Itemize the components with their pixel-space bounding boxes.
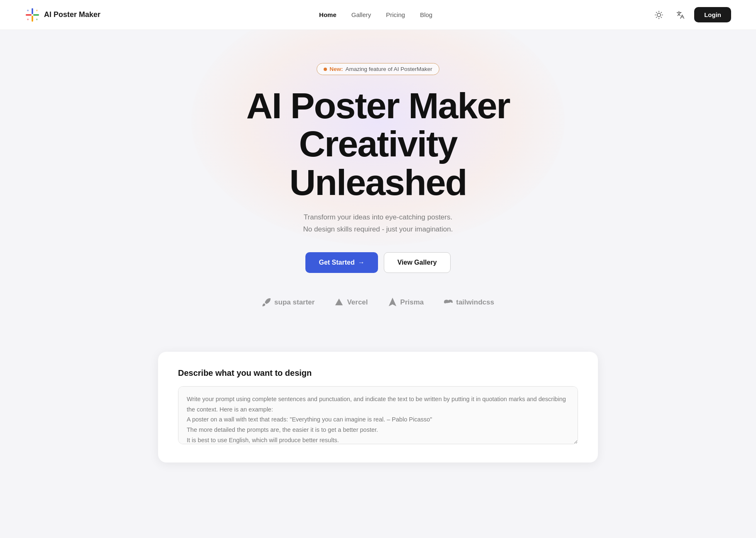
- logo-vercel: Vercel: [334, 298, 368, 307]
- prisma-label: Prisma: [400, 298, 424, 307]
- nav-blog[interactable]: Blog: [420, 11, 432, 18]
- get-started-label: Get Started: [319, 259, 354, 266]
- svg-line-12: [661, 17, 661, 17]
- view-gallery-button[interactable]: View Gallery: [384, 252, 451, 273]
- hero-title-line2: Creativity: [299, 123, 457, 164]
- svg-line-15: [656, 17, 657, 17]
- brand: AI Poster Maker: [25, 7, 100, 22]
- nav-pricing[interactable]: Pricing: [386, 11, 405, 18]
- navbar-actions: Login: [651, 7, 731, 23]
- svg-rect-7: [36, 19, 38, 20]
- hero-subtitle-line2: No design skills required - just your im…: [303, 225, 453, 233]
- svg-rect-6: [27, 19, 29, 20]
- design-prompt-textarea[interactable]: [178, 386, 578, 444]
- translate-icon: [676, 11, 685, 19]
- svg-point-8: [657, 13, 661, 16]
- logos-row: supa starter Vercel Prisma tailwindcss: [262, 298, 494, 307]
- supa-starter-label: supa starter: [274, 298, 315, 307]
- theme-toggle-button[interactable]: [651, 7, 667, 23]
- sun-icon: [655, 11, 663, 19]
- brand-name: AI Poster Maker: [44, 10, 100, 19]
- logo-prisma: Prisma: [388, 298, 424, 307]
- hero-buttons: Get Started → View Gallery: [305, 252, 450, 273]
- login-button[interactable]: Login: [694, 7, 731, 22]
- hero-title-line1: AI Poster Maker: [246, 85, 510, 126]
- svg-rect-0: [32, 8, 33, 14]
- logo-icon: [25, 7, 40, 22]
- navbar: AI Poster Maker Home Gallery Pricing Blo…: [0, 0, 756, 30]
- design-card-title: Describe what you want to design: [178, 368, 578, 378]
- vercel-label: Vercel: [347, 298, 368, 307]
- svg-rect-4: [27, 10, 29, 11]
- get-started-button[interactable]: Get Started →: [305, 252, 378, 273]
- logo-tailwind: tailwindcss: [444, 298, 494, 307]
- badge-dot: [324, 68, 327, 71]
- hero-title-line3: Unleashed: [289, 162, 466, 203]
- logo-supa-starter: supa starter: [262, 298, 315, 307]
- hero-badge: New: Amazing feature of AI PosterMaker: [317, 63, 439, 75]
- svg-rect-3: [33, 14, 39, 16]
- hero-subtitle-line1: Transform your ideas into eye-catching p…: [304, 213, 452, 221]
- badge-text: Amazing feature of AI PosterMaker: [345, 66, 432, 72]
- get-started-arrow: →: [358, 259, 365, 266]
- svg-line-16: [661, 12, 661, 12]
- vercel-triangle-icon: [334, 298, 344, 307]
- hero-section: New: Amazing feature of AI PosterMaker A…: [0, 30, 756, 332]
- rocket-icon: [262, 298, 271, 307]
- svg-rect-5: [36, 10, 38, 11]
- nav-gallery[interactable]: Gallery: [351, 11, 371, 18]
- hero-title: AI Poster Maker Creativity Unleashed: [246, 87, 510, 202]
- translate-button[interactable]: [673, 7, 688, 23]
- tailwind-icon: [444, 298, 453, 307]
- svg-rect-1: [32, 15, 33, 21]
- prisma-icon: [388, 298, 397, 307]
- svg-rect-2: [26, 14, 32, 16]
- nav-links: Home Gallery Pricing Blog: [319, 11, 432, 18]
- badge-new-label: New:: [329, 66, 343, 72]
- svg-line-11: [656, 12, 657, 12]
- nav-home[interactable]: Home: [319, 11, 337, 18]
- hero-subtitle: Transform your ideas into eye-catching p…: [303, 212, 453, 236]
- design-card-section: Describe what you want to design: [158, 352, 598, 463]
- tailwind-label: tailwindcss: [456, 298, 494, 307]
